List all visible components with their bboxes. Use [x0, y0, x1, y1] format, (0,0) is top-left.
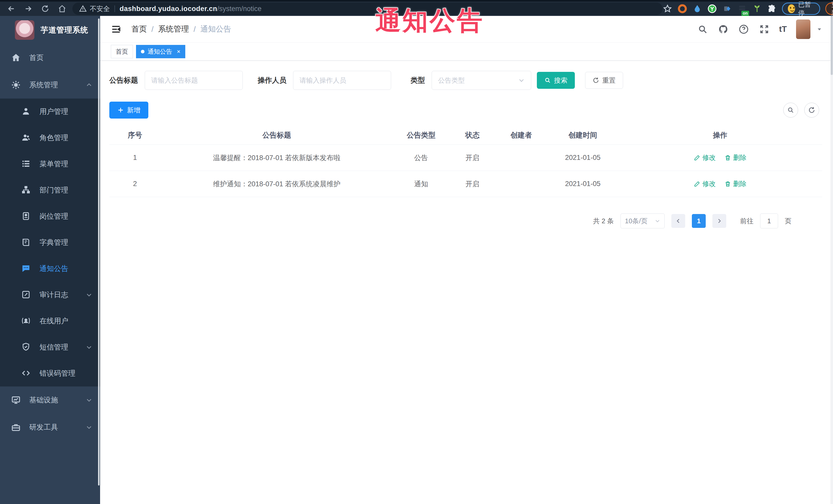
- pagination: 共 2 条 10条/页 1 前往 页: [109, 214, 791, 229]
- col-status: 状态: [449, 130, 496, 140]
- menu-list-icon: [21, 159, 31, 169]
- extensions-puzzle-icon[interactable]: [767, 3, 777, 15]
- sidebar-item-departments[interactable]: 部门管理: [0, 177, 100, 203]
- profile-paused-pill[interactable]: 已暂停: [782, 3, 820, 15]
- extension-icon-orange[interactable]: [677, 3, 687, 15]
- breadcrumb-home[interactable]: 首页: [132, 24, 147, 34]
- search-button[interactable]: 搜索: [537, 72, 575, 89]
- address-bar[interactable]: 不安全 dashboard.yudao.iocoder.cn /system/n…: [72, 3, 663, 15]
- sidebar: 芋道管理系统 首页 系统管理 用户管理 角色管理: [0, 16, 100, 504]
- extension-icon-proxy[interactable]: on: [737, 3, 747, 15]
- tag-active-dot: [141, 50, 144, 53]
- help-icon[interactable]: [738, 24, 749, 35]
- github-icon[interactable]: [717, 24, 729, 35]
- fullscreen-icon[interactable]: [759, 24, 770, 35]
- chevron-down-icon: [86, 397, 92, 403]
- chrome-update-pill[interactable]: 更新: [825, 3, 833, 15]
- shield-icon: [21, 342, 31, 352]
- add-button[interactable]: 新增: [109, 102, 148, 119]
- update-label: 更新: [831, 0, 833, 17]
- log-icon: [21, 290, 31, 300]
- delete-link[interactable]: 删除: [724, 153, 746, 162]
- browser-refresh-icon[interactable]: [39, 2, 52, 16]
- chevron-down-icon: [518, 77, 525, 83]
- system-submenu: 用户管理 角色管理 菜单管理 部门管理 岗位管理: [0, 99, 100, 386]
- chevron-up-icon: [86, 81, 92, 88]
- sidebar-item-online-users[interactable]: 在线用户: [0, 308, 100, 334]
- goto-page-input[interactable]: [760, 214, 778, 229]
- extension-icon-leaf[interactable]: [752, 3, 762, 15]
- delete-link[interactable]: 删除: [724, 179, 746, 188]
- title-filter-input[interactable]: [145, 71, 243, 90]
- toggle-search-button[interactable]: [783, 103, 798, 118]
- code-icon: [21, 368, 31, 379]
- chevron-down-icon: [654, 218, 660, 224]
- table-header-row: 序号 公告标题 公告类型 状态 创建者 创建时间 操作: [109, 126, 822, 145]
- operator-filter-input[interactable]: [293, 71, 391, 90]
- edit-link[interactable]: 修改: [694, 153, 716, 162]
- total-count: 共 2 条: [593, 217, 614, 225]
- sidebar-item-system[interactable]: 系统管理: [0, 71, 100, 99]
- sidebar-item-error-codes[interactable]: 错误码管理: [0, 360, 100, 386]
- font-size-icon[interactable]: tT: [779, 24, 787, 34]
- table-row: 1 温馨提醒：2018-07-01 若依新版本发布啦 公告 开启 2021-01…: [109, 145, 822, 171]
- sidebar-item-users[interactable]: 用户管理: [0, 99, 100, 125]
- home-icon: [11, 53, 21, 63]
- app-logo: [15, 20, 34, 40]
- url-host: dashboard.yudao.iocoder.cn: [120, 5, 217, 13]
- page-scrollbar[interactable]: [830, 16, 833, 504]
- chevron-down-icon: [86, 291, 92, 298]
- sidebar-item-dict[interactable]: 字典管理: [0, 230, 100, 256]
- sidebar-item-notice[interactable]: 通知公告: [0, 256, 100, 282]
- avatar[interactable]: [796, 20, 810, 39]
- avatar-caret-icon[interactable]: [816, 26, 823, 32]
- extension-icon-diamond[interactable]: [722, 3, 732, 15]
- refresh-table-button[interactable]: [804, 103, 819, 118]
- online-user-icon: [21, 316, 31, 326]
- sidebar-item-roles[interactable]: 角色管理: [0, 125, 100, 151]
- bookmark-star-icon[interactable]: [663, 3, 672, 15]
- collapse-sidebar-icon[interactable]: [110, 24, 122, 35]
- app-title: 芋道管理系统: [41, 25, 88, 35]
- reset-button[interactable]: 重置: [585, 72, 623, 89]
- breadcrumb-system[interactable]: 系统管理: [158, 24, 189, 34]
- sidebar-item-sms[interactable]: 短信管理: [0, 334, 100, 360]
- browser-home-icon[interactable]: [55, 2, 69, 16]
- sidebar-item-menus[interactable]: 菜单管理: [0, 151, 100, 177]
- col-ctime: 创建时间: [547, 130, 619, 140]
- monitor-icon: [11, 395, 21, 405]
- col-type: 公告类型: [393, 130, 449, 140]
- extension-icon-green-y[interactable]: [707, 3, 717, 15]
- col-seq: 序号: [109, 130, 161, 140]
- filter-form: 公告标题 操作人员 类型 公告类型 搜索 重置: [109, 71, 821, 90]
- current-page-button[interactable]: 1: [692, 214, 706, 228]
- extension-icon-blue-drop[interactable]: [692, 3, 702, 15]
- title-filter-label: 公告标题: [109, 75, 138, 85]
- breadcrumb-current: 通知公告: [200, 24, 231, 34]
- badge-icon: [21, 211, 31, 221]
- sidebar-scrollbar[interactable]: [98, 19, 100, 485]
- annotation-overlay-text: 通知公告: [375, 4, 484, 38]
- sidebar-item-infrastructure[interactable]: 基础设施: [0, 386, 100, 414]
- tag-close-icon[interactable]: ×: [177, 48, 181, 55]
- gear-icon: [11, 80, 21, 90]
- sidebar-item-posts[interactable]: 岗位管理: [0, 203, 100, 230]
- extension-on-badge: on: [741, 11, 749, 16]
- sidebar-item-audit-log[interactable]: 审计日志: [0, 282, 100, 308]
- type-filter-select[interactable]: 公告类型: [432, 71, 531, 90]
- sidebar-item-home[interactable]: 首页: [0, 44, 100, 71]
- prev-page-button[interactable]: [671, 214, 685, 228]
- users-icon: [21, 133, 31, 143]
- browser-forward-icon[interactable]: [22, 2, 35, 16]
- search-icon[interactable]: [697, 24, 708, 35]
- tag-notice[interactable]: 通知公告 ×: [136, 45, 185, 58]
- col-title: 公告标题: [161, 130, 393, 140]
- sidebar-item-dev-tools[interactable]: 研发工具: [0, 414, 100, 441]
- tag-home[interactable]: 首页: [111, 45, 133, 58]
- app-logo-row[interactable]: 芋道管理系统: [0, 16, 100, 44]
- next-page-button[interactable]: [712, 214, 726, 228]
- book-icon: [21, 237, 31, 248]
- edit-link[interactable]: 修改: [694, 179, 716, 188]
- browser-back-icon[interactable]: [5, 2, 18, 16]
- page-size-select[interactable]: 10条/页: [620, 214, 665, 229]
